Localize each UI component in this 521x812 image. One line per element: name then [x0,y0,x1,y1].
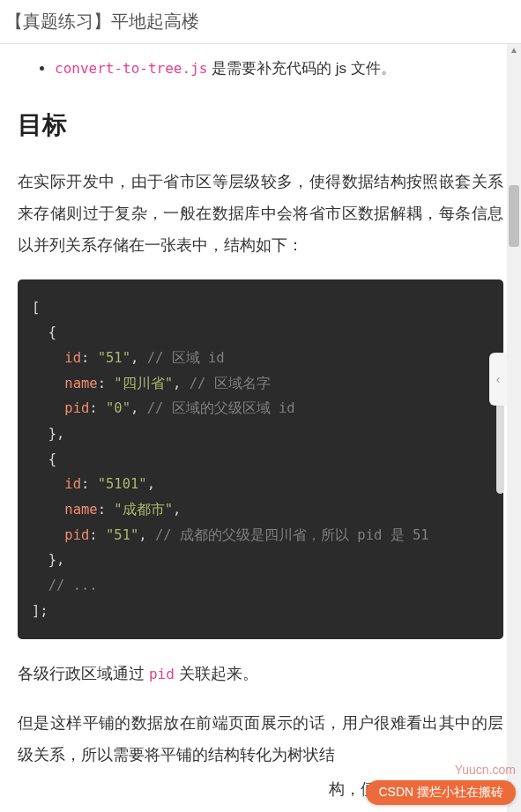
filename-code: convert-to-tree.js [55,60,207,77]
header-bar: 【真题练习】平地起高楼 [0,0,521,44]
paragraph-intro: 在实际开发中，由于省市区等层级较多，使得数据结构按照嵌套关系来存储则过于复杂，一… [18,167,503,262]
pid-code: pid [149,666,175,682]
code-block: [ { id: "51", // 区域 id name: "四川省", // 区… [18,279,503,640]
list-item: convert-to-tree.js 是需要补充代码的 js 文件。 [55,56,503,82]
csdn-author-badge[interactable]: CSDN 摆烂小社在搬砖 [366,780,516,805]
inner-scrollbar[interactable] [496,44,504,812]
paragraph-pid: 各级行政区域通过 pid 关联起来。 [18,659,503,690]
file-list: convert-to-tree.js 是需要补充代码的 js 文件。 [18,56,503,82]
page-title: 【真题练习】平地起高楼 [5,10,199,34]
scroll-up-arrow-icon[interactable]: ▲ [507,44,521,58]
section-heading-goal: 目标 [18,108,503,142]
paragraph-explain: 但是这样平铺的数据放在前端页面展示的话，用户很难看出其中的层级关系，所以需要将平… [18,708,503,771]
list-item-text: 是需要补充代码的 js 文件。 [207,60,395,77]
outer-scroll-thumb[interactable] [509,185,519,247]
article-content: convert-to-tree.js 是需要补充代码的 js 文件。 目标 在实… [0,44,521,812]
collapse-chevron-icon[interactable]: ‹ [489,353,507,406]
outer-scrollbar[interactable]: ▲ [507,44,521,812]
